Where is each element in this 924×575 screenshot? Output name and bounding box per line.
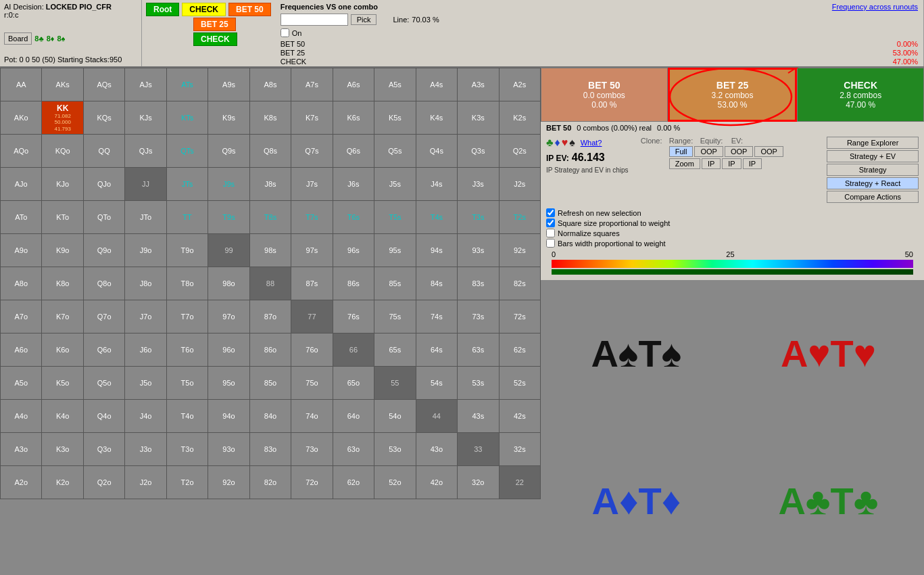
hand-cell-j3s[interactable]: J3s: [458, 168, 498, 200]
hand-cell-q8o[interactable]: Q8o: [84, 267, 124, 300]
hand-cell-76s[interactable]: 76s: [333, 300, 374, 333]
hand-cell-a4s[interactable]: A4s: [416, 68, 457, 101]
hand-cell-54s[interactable]: 54s: [416, 367, 457, 399]
root-button[interactable]: Root: [146, 3, 179, 16]
check-top-button[interactable]: CHECK: [182, 3, 226, 16]
hand-cell-92o[interactable]: 92o: [208, 466, 249, 499]
hand-cell-83s[interactable]: 83s: [458, 267, 498, 300]
ip-button-1[interactable]: IP: [702, 158, 721, 169]
hand-cell-98s[interactable]: 98s: [250, 234, 291, 267]
hand-cell-ajo[interactable]: AJo: [1, 168, 41, 200]
hand-cell-j8o[interactable]: J8o: [125, 267, 166, 300]
hand-cell-j8s[interactable]: J8s: [250, 168, 291, 200]
hand-cell-87o[interactable]: 87o: [250, 300, 291, 333]
hand-cell-42o[interactable]: 42o: [416, 466, 457, 499]
hand-cell-72s[interactable]: 72s: [500, 300, 540, 333]
hand-cell-73o[interactable]: 73o: [291, 433, 332, 465]
hand-cell-a2s[interactable]: A2s: [500, 68, 540, 101]
hand-cell-aqs[interactable]: AQs: [84, 68, 124, 101]
hand-cell-aks[interactable]: AKs: [42, 68, 82, 101]
hand-cell-q8s[interactable]: Q8s: [250, 135, 291, 167]
hand-cell-75o[interactable]: 75o: [291, 367, 332, 399]
hand-cell-55[interactable]: 55: [374, 367, 415, 399]
hand-cell-qq[interactable]: QQ: [84, 135, 124, 167]
hand-cell-j4s[interactable]: J4s: [416, 168, 457, 200]
hand-cell-t9o[interactable]: T9o: [167, 234, 208, 267]
hand-cell-66[interactable]: 66: [333, 334, 374, 366]
hand-cell-j6s[interactable]: J6s: [333, 168, 374, 200]
heart-icon[interactable]: ♥: [562, 137, 568, 149]
hand-cell-k8s[interactable]: K8s: [250, 101, 291, 134]
club-icon[interactable]: ♣: [546, 137, 554, 149]
hand-cell-53s[interactable]: 53s: [458, 367, 498, 399]
ip-button-3[interactable]: IP: [743, 158, 762, 169]
hand-cell-qjs[interactable]: QJs: [125, 135, 166, 167]
diamond-icon[interactable]: ♦: [555, 137, 560, 149]
hand-cell-k6s[interactable]: K6s: [333, 101, 374, 134]
hand-cell-k3s[interactable]: K3s: [458, 101, 498, 134]
hand-cell-62s[interactable]: 62s: [500, 334, 540, 366]
hand-cell-22[interactable]: 22: [500, 466, 540, 499]
hand-cell-k2o[interactable]: K2o: [42, 466, 82, 499]
hand-cell-t8s[interactable]: T8s: [250, 201, 291, 233]
hand-cell-kts[interactable]: KTs: [167, 101, 208, 134]
hand-cell-k9o[interactable]: K9o: [42, 234, 82, 267]
hand-cell-62o[interactable]: 62o: [333, 466, 374, 499]
hand-cell-95o[interactable]: 95o: [208, 367, 249, 399]
hand-cell-96s[interactable]: 96s: [333, 234, 374, 267]
hand-cell-jts[interactable]: JTs: [167, 168, 208, 200]
hand-cell-77[interactable]: 77: [291, 300, 332, 333]
square-size-checkbox[interactable]: [546, 218, 555, 227]
hand-cell-q4o[interactable]: Q4o: [84, 400, 124, 432]
hand-cell-97s[interactable]: 97s: [291, 234, 332, 267]
hand-cell-j3o[interactable]: J3o: [125, 433, 166, 465]
oop-button-2[interactable]: OOP: [725, 146, 753, 157]
hand-cell-q4s[interactable]: Q4s: [416, 135, 457, 167]
hand-cell-98o[interactable]: 98o: [208, 267, 249, 300]
hand-cell-t7s[interactable]: T7s: [291, 201, 332, 233]
freq-input[interactable]: [281, 14, 348, 26]
hand-cell-k4s[interactable]: K4s: [416, 101, 457, 134]
hand-cell-95s[interactable]: 95s: [374, 234, 415, 267]
hand-cell-52o[interactable]: 52o: [374, 466, 415, 499]
hand-cell-aa[interactable]: AA: [1, 68, 41, 101]
hand-cell-t5s[interactable]: T5s: [374, 201, 415, 233]
hand-cell-32o[interactable]: 32o: [458, 466, 498, 499]
hand-cell-a9s[interactable]: A9s: [208, 68, 249, 101]
hand-cell-q3s[interactable]: Q3s: [458, 135, 498, 167]
hand-cell-a6o[interactable]: A6o: [1, 334, 41, 366]
hand-cell-a3s[interactable]: A3s: [458, 68, 498, 101]
strategy-button[interactable]: Strategy: [827, 164, 919, 176]
hand-cell-kto[interactable]: KTo: [42, 201, 82, 233]
bet25-button[interactable]: BET 25: [193, 18, 236, 31]
hand-cell-a8s[interactable]: A8s: [250, 68, 291, 101]
hand-cell-76o[interactable]: 76o: [291, 334, 332, 366]
hand-cell-74s[interactable]: 74s: [416, 300, 457, 333]
hand-cell-94s[interactable]: 94s: [416, 234, 457, 267]
hand-cell-ato[interactable]: ATo: [1, 201, 41, 233]
refresh-checkbox[interactable]: [546, 208, 555, 217]
hand-cell-44[interactable]: 44: [416, 400, 457, 432]
hand-cell-a9o[interactable]: A9o: [1, 234, 41, 267]
hand-cell-t3s[interactable]: T3s: [458, 201, 498, 233]
check-green-button[interactable]: CHECK: [193, 32, 237, 46]
hand-cell-k5o[interactable]: K5o: [42, 367, 82, 399]
hand-cell-93o[interactable]: 93o: [208, 433, 249, 465]
hand-cell-q7o[interactable]: Q7o: [84, 300, 124, 333]
hand-cell-43s[interactable]: 43s: [458, 400, 498, 432]
zoom-button[interactable]: Zoom: [669, 158, 700, 169]
hand-cell-54o[interactable]: 54o: [374, 400, 415, 432]
hand-cell-kjs[interactable]: KJs: [125, 101, 166, 134]
hand-cell-kqs[interactable]: KQs: [84, 101, 124, 134]
hand-cell-t4o[interactable]: T4o: [167, 400, 208, 432]
hand-cell-63o[interactable]: 63o: [333, 433, 374, 465]
hand-cell-a7s[interactable]: A7s: [291, 68, 332, 101]
hand-cell-75s[interactable]: 75s: [374, 300, 415, 333]
hand-cell-q2s[interactable]: Q2s: [500, 135, 540, 167]
bet50-button[interactable]: BET 50: [228, 3, 271, 16]
hand-cell-j6o[interactable]: J6o: [125, 334, 166, 366]
hand-cell-85o[interactable]: 85o: [250, 367, 291, 399]
strategy-react-button[interactable]: Strategy + React: [827, 177, 919, 189]
compare-actions-button[interactable]: Compare Actions: [827, 191, 919, 203]
hand-cell-tt[interactable]: TT: [167, 201, 208, 233]
